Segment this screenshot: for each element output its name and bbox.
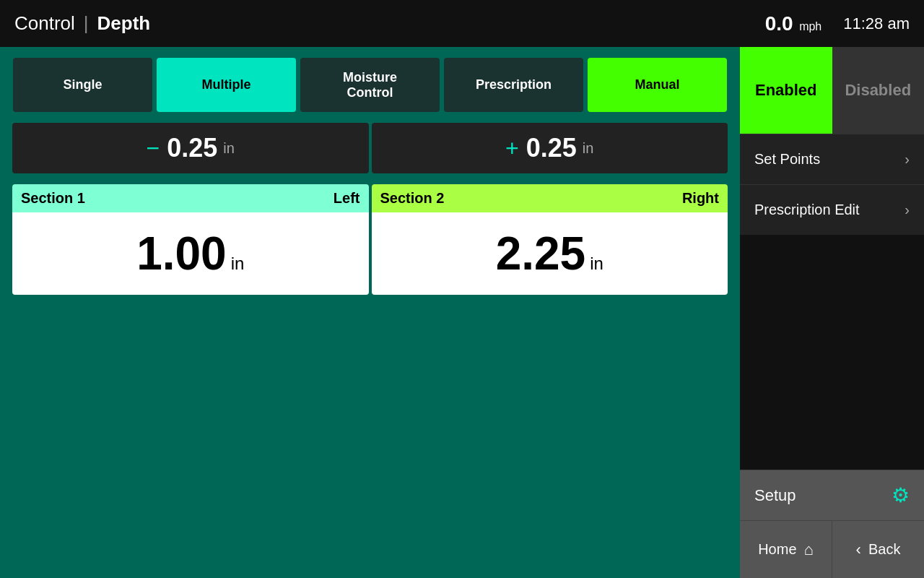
section-1-value: 1.00 xyxy=(136,227,227,280)
header-separator: | xyxy=(84,12,89,35)
decrement-unit: in xyxy=(223,140,235,157)
section-2-header: Section 2 Right xyxy=(372,184,728,212)
decrement-value: 0.25 xyxy=(167,133,217,163)
prescription-edit-label: Prescription Edit xyxy=(754,202,860,218)
decrement-box[interactable]: − 0.25 in xyxy=(12,123,369,173)
increment-decrement-row: − 0.25 in + 0.25 in xyxy=(11,123,729,173)
setup-label: Setup xyxy=(754,486,796,505)
sidebar: Enabled Disabled Set Points › Prescripti… xyxy=(740,47,924,578)
increment-box[interactable]: + 0.25 in xyxy=(372,123,728,173)
section-1-label: Section 1 xyxy=(21,190,85,207)
tab-prescription[interactable]: Prescription xyxy=(444,58,583,112)
prescription-edit-chevron-icon: › xyxy=(905,202,910,218)
tab-moisture[interactable]: Moisture Control xyxy=(300,58,440,112)
section-2-side: Right xyxy=(682,190,719,207)
back-button[interactable]: ‹ Back xyxy=(832,521,924,578)
back-label: Back xyxy=(868,541,900,558)
section-1-card: Section 1 Left 1.00 in xyxy=(12,184,369,295)
section-1-side: Left xyxy=(334,190,360,207)
header-right: 0.0 mph 11:28 am xyxy=(765,12,910,35)
setup-button[interactable]: Setup ⚙ xyxy=(740,470,924,520)
gear-icon: ⚙ xyxy=(892,483,910,507)
main-layout: Single Multiple Moisture Control Prescri… xyxy=(0,47,924,578)
section-2-card: Section 2 Right 2.25 in xyxy=(372,184,728,295)
app-name: Control xyxy=(14,12,75,35)
header: Control | Depth 0.0 mph 11:28 am xyxy=(0,0,924,47)
page-title: Depth xyxy=(97,12,151,35)
set-points-chevron-icon: › xyxy=(905,151,910,168)
header-left: Control | Depth xyxy=(14,12,150,35)
decrement-sign: − xyxy=(147,135,160,162)
increment-sign: + xyxy=(505,135,519,162)
tab-manual[interactable]: Manual xyxy=(588,58,727,112)
section-1-header: Section 1 Left xyxy=(12,184,369,212)
increment-unit: in xyxy=(583,140,594,157)
tab-single[interactable]: Single xyxy=(13,58,152,112)
section-2-value-box[interactable]: 2.25 in xyxy=(372,212,728,295)
sections-row: Section 1 Left 1.00 in Section 2 Right 2… xyxy=(11,184,729,295)
section-2-value: 2.25 xyxy=(496,227,586,280)
section-1-value-box[interactable]: 1.00 in xyxy=(12,212,369,295)
home-button[interactable]: Home ⌂ xyxy=(740,521,832,578)
sidebar-spacer xyxy=(740,235,924,470)
section-2-unit: in xyxy=(590,254,603,274)
set-points-label: Set Points xyxy=(754,151,820,168)
time-display: 11:28 am xyxy=(843,14,910,33)
tab-bar: Single Multiple Moisture Control Prescri… xyxy=(11,58,729,112)
prescription-edit-item[interactable]: Prescription Edit › xyxy=(740,184,924,235)
toggle-row: Enabled Disabled xyxy=(740,47,924,134)
home-icon: ⌂ xyxy=(804,540,814,559)
home-label: Home xyxy=(758,541,796,558)
bottom-buttons: Home ⌂ ‹ Back xyxy=(740,520,924,578)
content-area: Single Multiple Moisture Control Prescri… xyxy=(0,47,740,578)
disabled-button[interactable]: Disabled xyxy=(832,47,925,134)
enabled-button[interactable]: Enabled xyxy=(740,47,832,134)
set-points-item[interactable]: Set Points › xyxy=(740,134,924,184)
speed-display: 0.0 mph xyxy=(765,12,822,35)
section-1-unit: in xyxy=(231,254,245,274)
tab-multiple[interactable]: Multiple xyxy=(157,58,296,112)
section-2-label: Section 2 xyxy=(380,190,445,207)
back-chevron-icon: ‹ xyxy=(856,540,861,559)
increment-value: 0.25 xyxy=(526,133,577,163)
